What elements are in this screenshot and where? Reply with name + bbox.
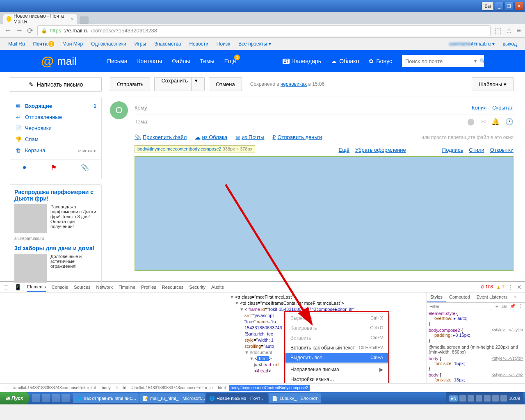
tray-icon[interactable] [492, 395, 499, 402]
nav-letters[interactable]: Письма [107, 58, 128, 64]
tray-icon[interactable] [476, 395, 482, 402]
tab-audits[interactable]: Audits [211, 283, 224, 292]
ql-icon[interactable] [42, 394, 50, 402]
compose-button[interactable]: ✎ Написать письмо [10, 77, 102, 92]
browser-tab[interactable]: Новое письмо - Почта Mail.R × [3, 14, 77, 24]
tab-elements[interactable]: Elements [27, 282, 46, 292]
computed-tab[interactable]: Computed [446, 292, 473, 302]
flag-icon[interactable]: ⚑ [51, 164, 57, 171]
clip-icon[interactable]: 📎 [81, 164, 89, 171]
send-button[interactable]: Отправить [110, 77, 150, 91]
ql-icon[interactable] [52, 394, 60, 402]
tray-icon[interactable] [500, 395, 507, 402]
reload-button[interactable]: ⟳ [27, 26, 33, 35]
bookmark-button[interactable]: ⬚ [495, 26, 502, 35]
tray-icon[interactable] [484, 395, 491, 402]
cloud-link[interactable]: ☁ Облако [331, 58, 359, 64]
nav-news[interactable]: Новости [189, 41, 208, 47]
tray-icon[interactable] [468, 395, 474, 402]
tab-console[interactable]: Console [52, 283, 68, 292]
inspect-icon[interactable]: ⬚ [3, 284, 9, 290]
ed-more[interactable]: Ещё [339, 147, 350, 153]
ql-icon[interactable] [62, 394, 70, 402]
tray-lang[interactable]: EN [449, 395, 458, 402]
notify-icon[interactable]: 🔔 [491, 118, 500, 126]
save-button[interactable]: Сохранить▾ [154, 77, 205, 91]
styles-tab[interactable]: Styles [427, 292, 446, 302]
pin-icon[interactable]: 📌 [510, 304, 516, 309]
filter-input[interactable] [429, 304, 493, 309]
priority-icon[interactable]: ⬤ [467, 118, 475, 126]
ed-sign[interactable]: Подпись [442, 147, 463, 153]
ctx-select-all[interactable]: Выделить всеCtrl+A [285, 353, 388, 363]
attach-mail[interactable]: ✉ из Почты [235, 134, 264, 140]
ad-title[interactable]: Распродажа парфюмерии с Дьюти фри! [14, 189, 97, 202]
schedule-icon[interactable]: 🕐 [505, 118, 514, 126]
tab-security[interactable]: Security [189, 283, 205, 292]
ad-thumb[interactable] [14, 204, 47, 233]
folder-drafts[interactable]: 📄Черновики [10, 123, 101, 134]
dt-menu-icon[interactable]: ⋮ [508, 284, 514, 290]
nav-contacts[interactable]: Контакты [137, 58, 162, 64]
nav-mymir[interactable]: Мой Мир [62, 41, 83, 47]
ctx-paste-plain[interactable]: Вставить как обычный текстCtrl+Shift+V [285, 343, 388, 353]
dt-close-icon[interactable]: ✕ [517, 284, 522, 290]
device-icon[interactable]: 📱 [14, 284, 21, 290]
nav-ok[interactable]: Одноклассники [91, 41, 126, 47]
cls-button[interactable]: .cls [501, 304, 508, 309]
ad-thumb[interactable] [14, 254, 47, 283]
clock[interactable]: 16:09 [509, 396, 520, 401]
search-icon[interactable]: 🔍 [479, 58, 486, 64]
minimize-button[interactable]: _ [495, 2, 504, 11]
folder-trash[interactable]: 🗑Корзинаочистить [10, 145, 101, 156]
bcc-link[interactable]: Скрытая [492, 105, 514, 111]
nav-mail[interactable]: Почта1 [33, 41, 54, 47]
task-item[interactable]: 📝 mail_ru_html_ - Microsoft… [139, 393, 205, 403]
mail-search[interactable]: ▾ 🔍 [402, 55, 484, 67]
listeners-tab[interactable]: Event Listeners [473, 292, 511, 302]
nav-themes[interactable]: Темы [200, 58, 214, 64]
lang-indicator[interactable]: Вы [482, 2, 494, 11]
nav-dating[interactable]: Знакомства [154, 41, 181, 47]
nav-games[interactable]: Игры [135, 41, 146, 47]
more-tab[interactable]: » [511, 292, 520, 302]
close-button[interactable]: ✕ [514, 2, 523, 11]
dot-icon[interactable]: ● [23, 164, 27, 171]
receipt-icon[interactable]: ✉ [480, 118, 486, 126]
search-input[interactable] [405, 58, 474, 64]
star-button[interactable]: ☆ [506, 26, 512, 35]
mail-logo[interactable]: @mail [41, 54, 77, 69]
ad-title[interactable]: 3d заборы для дачи и дома! [14, 245, 97, 251]
close-tab-icon[interactable]: × [71, 16, 74, 22]
user-email[interactable]: username@mail.ru ▾ [449, 41, 495, 47]
logout-link[interactable]: выход [503, 41, 517, 47]
cc-link[interactable]: Копия [472, 105, 486, 111]
forward-button[interactable]: → [16, 26, 23, 35]
cancel-button[interactable]: Отмена [209, 77, 242, 91]
task-item[interactable]: 🌐 Как отправить html-пис… [73, 393, 139, 403]
folder-sent[interactable]: ↩Отправленные [10, 112, 101, 123]
nav-mailru[interactable]: Mail.Ru [8, 41, 25, 47]
add-rule-button[interactable]: + [495, 304, 498, 309]
ql-icon[interactable] [32, 394, 40, 402]
ed-clear[interactable]: Убрать оформление [355, 147, 406, 153]
ctx-lang[interactable]: Настройки языка… [285, 374, 388, 383]
calendar-link[interactable]: 27Календарь [283, 58, 321, 64]
dropdown-icon[interactable]: ▾ [474, 58, 477, 64]
maximize-button[interactable]: ❐ [504, 2, 514, 11]
templates-button[interactable]: Шаблоны ▾ [472, 77, 514, 91]
tab-timeline[interactable]: Timeline [119, 283, 135, 292]
new-tab-button[interactable] [80, 16, 89, 24]
start-button[interactable]: ⊞ Пуск [0, 392, 29, 404]
nav-all[interactable]: Все проекты ▾ [238, 41, 271, 47]
attach-cloud[interactable]: ☁ из Облака [195, 134, 227, 140]
error-count[interactable]: ⊘ 108 [481, 284, 493, 290]
ed-cards[interactable]: Открытки [490, 147, 514, 153]
task-item[interactable]: 📄 10bukv_ - Блокнот [269, 393, 321, 403]
attach-file[interactable]: 📎 Прикрепить файл [135, 134, 187, 140]
url-input[interactable]: 🔒 https://e.mail.ru/compose/?15433203132… [37, 25, 491, 36]
editor-body[interactable] [135, 156, 514, 271]
task-item[interactable]: 🌐 Новое письмо - Почт… [206, 393, 268, 403]
nav-files[interactable]: Файлы [172, 58, 190, 64]
ctx-direction[interactable]: Направление письма▶ [285, 365, 388, 374]
